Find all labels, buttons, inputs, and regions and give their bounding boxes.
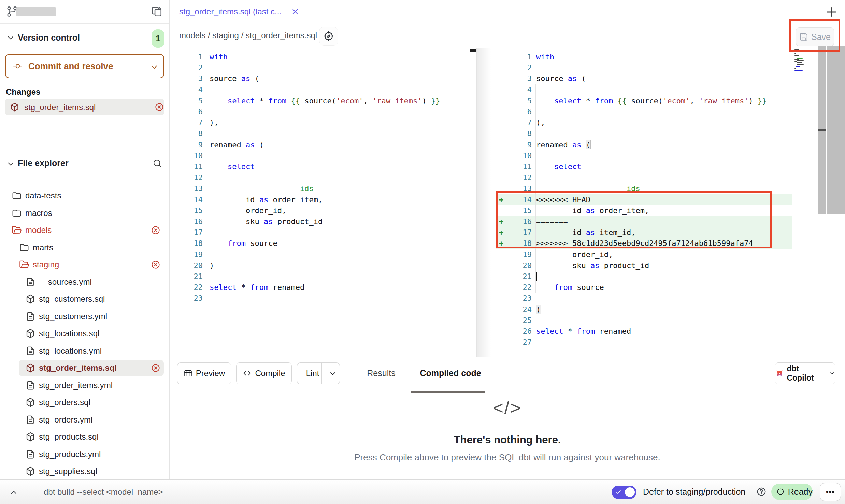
code-line-8[interactable]: 8 xyxy=(496,128,818,139)
chevron-down-icon[interactable] xyxy=(6,33,15,42)
tree-item-models[interactable]: models xyxy=(0,222,169,239)
code-line-22[interactable]: 22 from source xyxy=(496,282,818,293)
code-line-22[interactable]: 22select * from renamed xyxy=(170,282,469,293)
changed-file-row[interactable]: stg_order_items.sql xyxy=(5,99,164,115)
command-input[interactable]: dbt build --select <model_name> xyxy=(44,487,163,497)
code-line-4[interactable]: 4 xyxy=(496,84,818,95)
code-line-20[interactable]: 20) xyxy=(170,260,469,271)
code-line-12[interactable]: 12 xyxy=(496,172,818,183)
new-tab-button[interactable] xyxy=(825,5,838,18)
code-line-23[interactable]: 23 xyxy=(170,293,469,304)
code-line-9[interactable]: 9renamed as ( xyxy=(496,139,818,150)
search-icon[interactable] xyxy=(152,158,162,168)
code-line-2[interactable]: 2 xyxy=(496,62,818,73)
left-editor-scrollbar[interactable] xyxy=(469,48,477,357)
code-line-15[interactable]: 15 order_id, xyxy=(170,205,469,216)
code-line-2[interactable]: 2 xyxy=(170,62,469,73)
code-line-11[interactable]: 11 select xyxy=(170,161,469,172)
code-line-23[interactable]: 23 xyxy=(496,293,818,304)
tab-stg-order-items[interactable]: stg_order_items.sql (last c... xyxy=(170,0,307,24)
code-line-13[interactable]: 13 ---------- ids xyxy=(496,183,818,194)
code-line-1[interactable]: 1with xyxy=(496,51,818,62)
code-line-25[interactable]: 25 xyxy=(496,315,818,326)
window-scrollbar[interactable] xyxy=(827,46,845,214)
code-line-21[interactable]: 21 xyxy=(496,271,818,282)
code-line-10[interactable]: 10 xyxy=(170,150,469,161)
code-line-21[interactable]: 21 xyxy=(170,271,469,282)
chevron-down-icon[interactable] xyxy=(6,160,15,168)
code-line-24[interactable]: 24) xyxy=(496,304,818,315)
lint-dropdown-chevron-icon[interactable] xyxy=(329,370,337,378)
code-line-11[interactable]: 11 select xyxy=(496,161,818,172)
code-line-4[interactable]: 4 xyxy=(170,84,469,95)
tree-item-stg_products.sql[interactable]: stg_products.sql xyxy=(0,429,169,446)
editor-pane-original[interactable]: 1with23source as (45 select * from {{ so… xyxy=(170,48,469,357)
tab-close-icon[interactable] xyxy=(291,7,300,16)
lineage-button[interactable] xyxy=(319,27,338,46)
tree-item-stg_orders.sql[interactable]: stg_orders.sql xyxy=(0,394,169,411)
tree-item-stg_orders.yml[interactable]: stg_orders.yml xyxy=(0,412,169,429)
tree-item-stg_supplies.sql[interactable]: stg_supplies.sql xyxy=(0,463,169,479)
lint-button[interactable]: Lint xyxy=(297,362,340,384)
discard-change-icon[interactable] xyxy=(151,363,160,373)
tree-item-stg_products.yml[interactable]: stg_products.yml xyxy=(0,446,169,463)
tree-item-staging[interactable]: staging xyxy=(0,256,169,273)
code-line-14[interactable]: +14<<<<<<< HEAD xyxy=(496,194,792,205)
compile-button[interactable]: Compile xyxy=(236,362,292,384)
tree-item-marts[interactable]: marts xyxy=(0,239,169,256)
code-line-18[interactable]: +18>>>>>>> 58c1dd23d5eebd9cd2495fa7124ab… xyxy=(496,238,792,249)
code-line-8[interactable]: 8 xyxy=(170,128,469,139)
discard-change-icon[interactable] xyxy=(151,225,160,235)
copy-icon[interactable] xyxy=(151,6,162,17)
left-editor-scrollbar-thumb[interactable] xyxy=(470,49,476,52)
help-icon[interactable] xyxy=(756,487,767,497)
code-line-16[interactable]: 16 sku as product_id xyxy=(170,216,469,227)
status-badge[interactable]: Ready xyxy=(771,484,813,500)
defer-toggle[interactable] xyxy=(612,486,636,499)
editor-pane-modified[interactable]: 1with23source as (45 select * from {{ so… xyxy=(496,48,818,357)
code-line-9[interactable]: 9renamed as ( xyxy=(170,139,469,150)
code-line-15[interactable]: 15 id as order_item, xyxy=(496,205,818,216)
tree-item-__sources.yml[interactable]: __sources.yml xyxy=(0,274,169,291)
code-line-13[interactable]: 13 ---------- ids xyxy=(170,183,469,194)
code-line-17[interactable]: 17 xyxy=(170,227,469,238)
more-options-button[interactable]: ••• xyxy=(820,483,841,501)
commit-and-resolve-button[interactable]: Commit and resolve xyxy=(5,54,164,78)
code-line-17[interactable]: +17 id as item_id, xyxy=(496,227,792,238)
commit-dropdown-chevron-icon[interactable] xyxy=(149,62,159,72)
code-line-19[interactable]: 19 xyxy=(170,249,469,260)
discard-change-icon[interactable] xyxy=(155,102,164,112)
breadcrumb[interactable]: models / staging / stg_order_items.sql xyxy=(179,31,317,40)
tree-item-stg_customers.yml[interactable]: stg_customers.yml xyxy=(0,308,169,325)
save-button[interactable]: Save xyxy=(796,27,834,46)
code-line-5[interactable]: 5 select * from {{ source('ecom', 'raw_i… xyxy=(496,95,818,106)
tree-item-stg_order_items.yml[interactable]: stg_order_items.yml xyxy=(0,377,169,394)
tree-item-stg_customers.sql[interactable]: stg_customers.sql xyxy=(0,291,169,308)
tree-item-data-tests[interactable]: data-tests xyxy=(0,188,169,205)
code-line-19[interactable]: 19 order_id, xyxy=(496,249,818,260)
code-line-20[interactable]: 20 sku as product_id xyxy=(496,260,818,271)
code-line-18[interactable]: 18 from source xyxy=(170,238,469,249)
code-line-6[interactable]: 6 xyxy=(170,106,469,117)
tree-item-stg_order_items.sql[interactable]: stg_order_items.sql xyxy=(0,360,169,377)
right-editor-scrollbar-thumb[interactable] xyxy=(818,129,826,131)
code-line-16[interactable]: +16======= xyxy=(496,216,792,227)
code-line-10[interactable]: 10 xyxy=(496,150,818,161)
code-line-5[interactable]: 5 select * from {{ source('ecom', 'raw_i… xyxy=(170,95,469,106)
tree-item-stg_locations.sql[interactable]: stg_locations.sql xyxy=(0,325,169,342)
tree-item-stg_locations.yml[interactable]: stg_locations.yml xyxy=(0,343,169,360)
tab-results[interactable]: Results xyxy=(361,368,402,378)
preview-button[interactable]: Preview xyxy=(177,362,231,384)
code-line-26[interactable]: 26select * from renamed xyxy=(496,326,818,337)
dbt-copilot-button[interactable]: dbt Copilot xyxy=(775,362,835,384)
code-line-7[interactable]: 7), xyxy=(170,117,469,128)
discard-change-icon[interactable] xyxy=(151,260,160,269)
code-line-6[interactable]: 6 xyxy=(496,106,818,117)
code-line-3[interactable]: 3source as ( xyxy=(496,73,818,84)
expand-command-bar-icon[interactable] xyxy=(9,488,18,497)
tab-compiled-code[interactable]: Compiled code xyxy=(411,368,490,378)
code-line-27[interactable]: 27 xyxy=(496,337,818,348)
code-line-14[interactable]: 14 id as order_item, xyxy=(170,194,469,205)
code-line-7[interactable]: 7), xyxy=(496,117,818,128)
tree-item-macros[interactable]: macros xyxy=(0,205,169,222)
